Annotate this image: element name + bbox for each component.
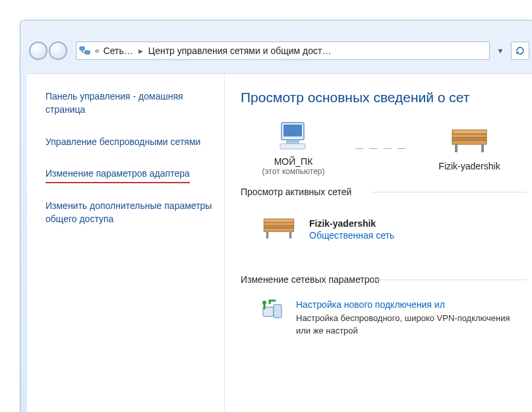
titlebar-spacer [20,20,532,40]
breadcrumb-separator-icon: ▸ [136,45,146,56]
map-network-name: Fizik-yadershik [417,161,522,171]
map-node-computer: МОЙ_ПК (этот компьютер) [241,120,346,176]
map-computer-name: МОЙ_ПК [241,156,346,167]
svg-rect-9 [455,144,458,152]
content-area: Панель управления - домашняя страница Уп… [27,73,532,412]
breadcrumb-overflow-icon[interactable]: « [94,46,101,55]
svg-rect-6 [452,134,487,138]
nav-back-forward[interactable] [24,41,72,61]
active-networks-label: Просмотр активных сетей [241,187,527,197]
back-button[interactable] [29,42,47,60]
computer-icon [275,120,312,154]
svg-rect-16 [289,231,292,239]
breadcrumb-current[interactable]: Центр управления сетями и общим дост… [148,45,332,56]
active-network-type-link[interactable]: Общественная сеть [309,230,394,241]
page-title: Просмотр основных сведений о сет [241,90,527,105]
address-bar: « Сеть… ▸ Центр управления сетями и общи… [20,40,532,61]
refresh-button[interactable] [511,42,529,60]
forward-button[interactable] [49,42,67,60]
refresh-icon [515,45,525,56]
bench-icon [260,214,297,244]
active-network-item: Fizik-yadershik Общественная сеть [241,204,527,248]
active-network-name: Fizik-yadershik [309,218,394,229]
svg-rect-5 [280,144,305,149]
svg-rect-0 [80,47,84,50]
breadcrumb-dropdown-icon[interactable]: ▼ [494,47,507,55]
main-panel: Просмотр основных сведений о сет МОЙ_ПК … [225,74,532,412]
svg-rect-3 [283,125,302,136]
bench-icon [448,125,490,158]
sidebar-item-home[interactable]: Панель управления - домашняя страница [45,90,212,117]
svg-rect-12 [264,222,294,225]
breadcrumb[interactable]: « Сеть… ▸ Центр управления сетями и общи… [76,42,490,60]
setup-new-connection-item[interactable]: Настройка нового подключения ил Настройк… [241,291,527,338]
svg-rect-8 [452,140,487,144]
svg-rect-10 [481,144,484,152]
setup-new-connection-link[interactable]: Настройка нового подключения ил [296,299,527,310]
change-settings-label: Изменение сетевых параметров [241,274,527,285]
svg-rect-17 [264,219,294,222]
map-connector-icon: — — — — [355,144,407,153]
network-map: МОЙ_ПК (этот компьютер) — — — — [241,120,527,176]
setup-new-connection-desc: Настройка беспроводного, широко VPN-подк… [296,312,527,338]
svg-rect-4 [287,141,299,144]
svg-rect-7 [452,138,487,140]
svg-rect-15 [266,231,269,239]
new-connection-icon [260,299,285,324]
svg-point-20 [262,301,266,305]
network-icon [79,45,91,57]
window-frame: « Сеть… ▸ Центр управления сетями и общи… [20,20,532,412]
svg-rect-13 [264,226,294,229]
svg-rect-1 [85,51,90,54]
map-node-network: Fizik-yadershik [417,125,522,171]
svg-rect-11 [452,130,487,134]
svg-rect-14 [264,228,294,231]
sidebar-item-sharing-settings[interactable]: Изменить дополнительные параметры общего… [45,199,212,226]
sidebar: Панель управления - домашняя страница Уп… [27,74,225,412]
sidebar-item-wireless[interactable]: Управление беспроводными сетями [45,135,212,148]
sidebar-item-adapter-settings[interactable]: Изменение параметров адаптера [45,167,190,183]
svg-rect-19 [274,305,281,318]
map-computer-sub: (этот компьютер) [241,167,346,176]
breadcrumb-root[interactable]: Сеть… [103,45,133,56]
